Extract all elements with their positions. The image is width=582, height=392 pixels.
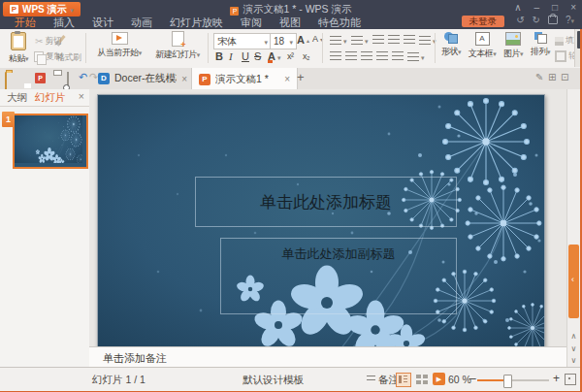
line-spacing-button[interactable]	[407, 51, 425, 62]
collapse-ribbon-button[interactable]: ∧	[514, 2, 521, 13]
normal-view-button[interactable]	[396, 373, 411, 387]
strikethrough-button[interactable]: S	[254, 50, 261, 62]
bold-button[interactable]: B	[215, 50, 223, 62]
scroll-down-button[interactable]: ∨	[568, 355, 579, 366]
bullets-button[interactable]	[330, 35, 347, 46]
textbox-button[interactable]: A 文本框	[466, 32, 499, 60]
close-tab-icon[interactable]: ×	[181, 74, 187, 84]
template-name: 默认设计模板	[242, 374, 304, 387]
export-pdf-button[interactable]: P	[35, 73, 46, 83]
picture-icon	[505, 32, 521, 46]
sync-icon[interactable]: ↻	[533, 15, 540, 25]
italic-button[interactable]: I	[229, 50, 233, 62]
numbering-button[interactable]	[351, 35, 369, 46]
next-slide-button[interactable]: ∨	[568, 343, 579, 354]
pen-icon[interactable]: ✎	[535, 72, 543, 82]
vertical-scrollbar[interactable]: ∧ ∨ ∨	[566, 89, 580, 367]
paste-button[interactable]: 粘贴	[4, 32, 33, 65]
slideshow-play-button[interactable]: ▶	[433, 373, 445, 385]
outline-icon	[555, 50, 566, 62]
maximize-button[interactable]: □	[552, 2, 558, 13]
align-center-button[interactable]	[345, 51, 357, 60]
font-color-button[interactable]: A	[268, 50, 280, 62]
slides-panel: 大纲 幻灯片 × 1	[0, 89, 90, 367]
arrange-button[interactable]: 排列	[528, 32, 553, 58]
menu-review[interactable]: 审阅	[232, 16, 271, 29]
subscript-button[interactable]: x₂	[303, 51, 309, 61]
font-size-select[interactable]: 18	[270, 33, 297, 49]
zoom-slider-handle[interactable]	[503, 375, 512, 388]
menu-design[interactable]: 设计	[83, 16, 122, 29]
text-direction-button[interactable]	[419, 35, 436, 46]
chevron-down-icon	[343, 35, 347, 46]
chevron-down-icon	[547, 47, 550, 56]
close-tab-icon[interactable]: ×	[284, 74, 290, 84]
shapes-icon	[444, 32, 458, 44]
decrease-indent-button[interactable]	[372, 35, 384, 44]
slide-thumbnail[interactable]	[13, 114, 88, 169]
help-button[interactable]: ?	[566, 15, 574, 25]
menu-animation[interactable]: 动画	[122, 16, 161, 29]
menu-insert[interactable]: 插入	[45, 16, 83, 29]
chevron-down-icon	[197, 49, 200, 59]
picture-button[interactable]: 图片	[501, 32, 526, 60]
task-pane-handle[interactable]	[568, 245, 579, 318]
increase-indent-button[interactable]	[388, 35, 400, 44]
format-painter-button[interactable]: 格式刷	[56, 51, 81, 64]
format-painter-icon-button[interactable]	[60, 35, 63, 44]
columns-button[interactable]	[404, 35, 415, 44]
login-button[interactable]: 未登录	[462, 16, 505, 27]
justify-button[interactable]	[376, 51, 388, 60]
undo-button[interactable]	[79, 71, 87, 83]
align-left-icon	[330, 51, 341, 60]
outline-tab[interactable]: 大纲	[7, 91, 27, 105]
chevron-down-icon	[289, 36, 293, 47]
window-title: P演示文稿1 * - WPS 演示	[0, 3, 582, 16]
store-icon[interactable]	[548, 16, 558, 24]
underline-button[interactable]: U	[242, 50, 249, 62]
minimize-button[interactable]: –	[534, 2, 540, 13]
new-window-icon[interactable]: ⊡	[561, 72, 568, 82]
slide-sorter-view-button[interactable]	[415, 373, 429, 385]
notes-input[interactable]: 单击添加备注	[103, 351, 167, 366]
scissors-icon	[35, 36, 43, 47]
tab-presentation1[interactable]: P 演示文稿1 * ×	[191, 68, 298, 90]
previous-slide-button[interactable]: ∧	[568, 331, 579, 342]
print-preview-button[interactable]	[67, 72, 69, 90]
shapes-button[interactable]: 形状	[438, 32, 464, 58]
start-from-current-button[interactable]: 从当前开始	[89, 32, 149, 59]
arrange-icon	[534, 32, 547, 44]
line-spacing-icon	[407, 52, 419, 61]
split-view-icon[interactable]: ⊞	[548, 72, 556, 82]
notes-toggle[interactable]: 备注	[367, 374, 399, 387]
chevron-down-icon	[520, 49, 523, 58]
close-button[interactable]: ×	[570, 2, 576, 13]
menu-home[interactable]: 开始	[6, 16, 45, 29]
zoom-slider[interactable]	[477, 379, 549, 381]
menu-slideshow[interactable]: 幻灯片放映	[161, 16, 232, 29]
zoom-in-button[interactable]: +	[553, 372, 560, 385]
open-file-button[interactable]	[5, 72, 7, 90]
zoom-out-button[interactable]: –	[469, 372, 476, 385]
distribute-button[interactable]	[392, 51, 404, 60]
superscript-button[interactable]: x²	[287, 51, 294, 61]
align-left-button[interactable]	[330, 51, 341, 60]
slide-canvas[interactable]: 单击此处添加标题 单击此处添加副标题	[97, 94, 545, 348]
undo-skin-icon[interactable]: ↺	[516, 15, 524, 25]
paste-icon	[11, 32, 26, 50]
statusbar: 幻灯片 1 / 1 默认设计模板 备注 ▶ 60 % – +	[0, 367, 582, 392]
menu-view[interactable]: 视图	[271, 16, 309, 29]
fit-slide-button[interactable]	[565, 374, 576, 385]
menu-special-features[interactable]: 特色功能	[309, 16, 370, 29]
tab-docer-templates[interactable]: D Docer-在线模板 ×	[91, 68, 195, 89]
new-tab-button[interactable]: +	[297, 70, 305, 84]
subtitle-placeholder[interactable]: 单击此处添加副标题	[220, 238, 457, 314]
font-name-select[interactable]: 宋体	[213, 33, 272, 49]
grow-font-button[interactable]: A▴	[297, 34, 309, 46]
new-slide-button[interactable]: 新建幻灯片	[151, 31, 204, 61]
title-placeholder[interactable]: 单击此处添加标题	[195, 177, 457, 227]
slides-tab[interactable]: 幻灯片	[35, 91, 66, 105]
bullet-list-icon	[330, 36, 341, 45]
close-panel-icon[interactable]: ×	[79, 90, 84, 102]
align-right-button[interactable]	[361, 51, 372, 60]
